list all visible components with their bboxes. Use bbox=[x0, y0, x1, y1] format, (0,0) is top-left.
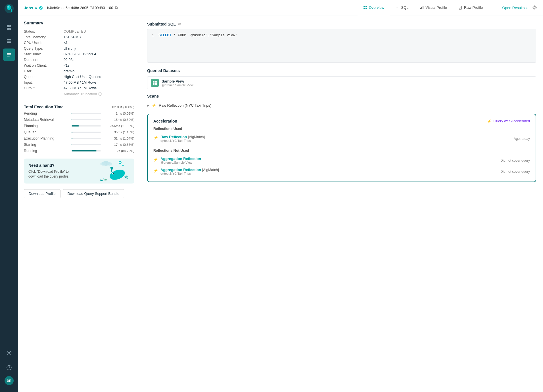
sql-keyword: SELECT bbox=[159, 33, 172, 37]
lightning-refl-notused-icon: ⚡ bbox=[153, 157, 158, 162]
download-bundle-button[interactable]: Download Query Support Bundle bbox=[63, 189, 124, 198]
reflection-info: Aggregation Reflection [AlgMatch] cy.tes… bbox=[160, 168, 219, 175]
phase-label: Metadata Retrieval bbox=[24, 118, 69, 122]
tab-sql[interactable]: >_ SQL bbox=[390, 0, 414, 15]
phase-value: 35ms (1.18%) bbox=[103, 130, 134, 134]
svg-point-26 bbox=[100, 162, 106, 166]
summary-label: Queue: bbox=[24, 75, 64, 79]
phase-row: Starting 17ms (0.57%) bbox=[24, 143, 134, 147]
reflection-path: cy.test.NYC Taxi Trips bbox=[160, 139, 205, 142]
summary-label: Input: bbox=[24, 81, 64, 85]
summary-value: COMPLETED bbox=[64, 29, 86, 33]
display-settings-icon[interactable] bbox=[532, 5, 537, 11]
phase-bar-container bbox=[72, 119, 101, 120]
svg-text:?: ? bbox=[8, 366, 10, 369]
scan-expand-arrow[interactable]: ▶ bbox=[147, 104, 149, 107]
reflection-name-text: Raw Reflection bbox=[160, 135, 187, 139]
svg-rect-4 bbox=[7, 28, 9, 30]
svg-rect-37 bbox=[153, 83, 154, 85]
phase-bar bbox=[72, 150, 97, 151]
phase-label: Pending bbox=[24, 111, 69, 115]
breadcrumb-jobs[interactable]: Jobs bbox=[24, 6, 33, 10]
phase-row: Pending 1ms (0.03%) bbox=[24, 111, 134, 115]
sidebar-item-dataset[interactable] bbox=[3, 35, 15, 47]
sidebar-item-jobs[interactable] bbox=[3, 49, 15, 61]
queried-datasets-title: Queried Datasets bbox=[147, 68, 536, 73]
summary-label: Output: bbox=[24, 86, 64, 90]
summary-label: User: bbox=[24, 69, 64, 73]
tab-raw-profile[interactable]: Raw Profile bbox=[453, 0, 488, 15]
svg-point-24 bbox=[534, 7, 536, 9]
need-hand-text: Click "Download Profile" to download the… bbox=[28, 169, 74, 179]
svg-rect-38 bbox=[155, 83, 157, 85]
phase-row: Metadata Retrieval 15ms (0.50%) bbox=[24, 118, 134, 122]
summary-row: Duration: 02.98s bbox=[24, 57, 134, 63]
copy-job-id-icon[interactable]: ⧉ bbox=[115, 5, 118, 10]
phase-label: Planning bbox=[24, 124, 69, 128]
summary-row: Total Memory: 161.64 MB bbox=[24, 34, 134, 40]
summary-label bbox=[24, 92, 64, 97]
summary-label: Total Memory: bbox=[24, 35, 64, 39]
phase-value: 356ms (11.95%) bbox=[103, 124, 134, 128]
phase-bar-container bbox=[72, 150, 101, 151]
reflection-left: ⚡ Aggregation Reflection [AlgMatch] cy.t… bbox=[153, 168, 219, 175]
download-profile-button[interactable]: Download Profile bbox=[24, 189, 60, 198]
scans-list: ▶ ⚡ Raw Reflection (NYC Taxi Trips) bbox=[147, 101, 536, 109]
phase-label: Queued bbox=[24, 130, 69, 134]
summary-label: Duration: bbox=[24, 58, 64, 62]
svg-rect-13 bbox=[364, 6, 365, 7]
scan-item: ▶ ⚡ Raw Reflection (NYC Taxi Trips) bbox=[147, 101, 536, 109]
right-panel: Submitted SQL ⧉ 1SELECT * FROM "@dremio"… bbox=[140, 16, 543, 392]
main-container: Jobs » 1b4fcb9e-ee6e-d48c-2d05-f8109d801… bbox=[18, 0, 543, 392]
phase-bar bbox=[72, 113, 72, 114]
tab-visual-profile[interactable]: Visual Profile bbox=[414, 0, 453, 15]
reflection-info: Raw Reflection [AlgMatch] cy.test.NYC Ta… bbox=[160, 135, 205, 142]
phase-value: 31ms (1.04%) bbox=[103, 137, 134, 140]
reflection-name-used[interactable]: Raw Reflection [AlgMatch] bbox=[160, 135, 205, 139]
reflection-status: Did not cover query bbox=[500, 170, 530, 174]
summary-row: User: dremio bbox=[24, 68, 134, 74]
acceleration-box: Acceleration ⚡ Query was Accelerated Ref… bbox=[147, 114, 536, 182]
reflection-name-notused[interactable]: Aggregation Reflection bbox=[160, 157, 201, 161]
phase-row: Running 2s (84.72%) bbox=[24, 149, 134, 153]
download-buttons: Download Profile Download Query Support … bbox=[24, 189, 134, 198]
tab-overview[interactable]: Overview bbox=[358, 0, 390, 15]
reflection-not-used-row: ⚡ Aggregation Reflection [AlgMatch] cy.t… bbox=[153, 166, 530, 177]
summary-label: Status: bbox=[24, 29, 64, 33]
summary-value: High Cost User Queries bbox=[64, 75, 101, 79]
summary-value: 47.60 MB / 1M Rows bbox=[64, 81, 97, 85]
reflection-info: Aggregation Reflection @dremio.Sample Vi… bbox=[160, 157, 201, 164]
user-avatar[interactable]: DR bbox=[5, 376, 14, 385]
body-split: Summary Status: COMPLETED Total Memory: … bbox=[18, 16, 543, 392]
summary-title: Summary bbox=[24, 20, 134, 25]
sidebar-item-settings[interactable] bbox=[3, 347, 15, 359]
svg-rect-14 bbox=[366, 6, 367, 7]
open-results-link[interactable]: Open Results » bbox=[502, 6, 528, 10]
reflection-name-notused[interactable]: Aggregation Reflection [AlgMatch] bbox=[160, 168, 219, 172]
scans-title: Scans bbox=[147, 94, 536, 98]
reflection-used-row: ⚡ Raw Reflection [AlgMatch] cy.test.NYC … bbox=[153, 133, 530, 144]
accel-title: Acceleration bbox=[153, 119, 177, 123]
exec-title: Total Execution Time bbox=[24, 105, 64, 109]
accel-header: Acceleration ⚡ Query was Accelerated bbox=[153, 119, 530, 123]
phase-label: Running bbox=[24, 149, 69, 153]
dataset-name[interactable]: Sample View bbox=[162, 79, 193, 83]
copy-sql-button[interactable]: ⧉ bbox=[178, 22, 181, 26]
svg-point-9 bbox=[8, 352, 10, 354]
sidebar-item-grid[interactable] bbox=[3, 21, 15, 34]
scan-name[interactable]: Raw Reflection (NYC Taxi Trips) bbox=[159, 103, 211, 108]
summary-row: Wait on Client: <1s bbox=[24, 63, 134, 68]
reflection-status: Age: a day bbox=[514, 137, 530, 141]
svg-point-28 bbox=[119, 161, 121, 164]
phase-bar-container bbox=[72, 132, 101, 133]
summary-value: 07/13/2023 12:29:04 bbox=[64, 52, 96, 56]
accel-badge: ⚡ Query was Accelerated bbox=[487, 119, 530, 123]
svg-point-33 bbox=[113, 173, 114, 174]
svg-rect-36 bbox=[155, 81, 157, 83]
sql-title: Submitted SQL bbox=[147, 22, 176, 26]
sidebar-item-help[interactable]: ? bbox=[3, 361, 15, 374]
summary-value: dremio bbox=[64, 69, 74, 73]
svg-point-29 bbox=[122, 165, 124, 166]
reflections-not-used-title: Reflections Not Used bbox=[153, 149, 530, 153]
phase-bar-container bbox=[72, 113, 101, 114]
